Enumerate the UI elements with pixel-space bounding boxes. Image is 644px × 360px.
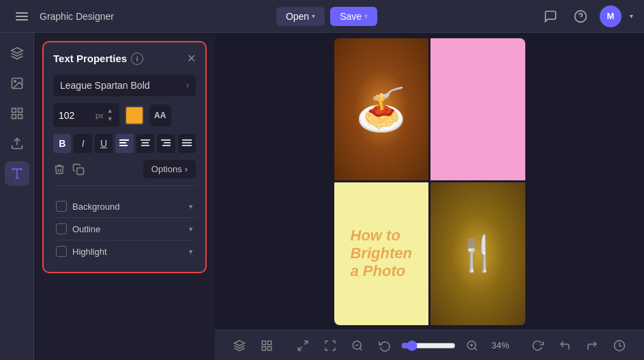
undo-icon (379, 340, 391, 352)
zoom-in-button[interactable] (461, 335, 483, 357)
sidebar-item-elements[interactable] (5, 101, 29, 126)
info-icon[interactable]: i (131, 53, 143, 65)
canvas-area: How to Brighten a Photo (215, 33, 644, 360)
accordion-background[interactable]: Background ▾ (53, 195, 196, 218)
help-button[interactable] (570, 5, 591, 27)
bold-button[interactable]: B (53, 134, 71, 153)
header: Graphic Designer Open ▾ Save ▾ M ▾ (0, 0, 644, 33)
outline-checkbox[interactable] (56, 223, 67, 234)
resize-button[interactable] (319, 335, 341, 357)
accordion-outline[interactable]: Outline ▾ (53, 218, 196, 240)
justify-icon (182, 139, 192, 148)
pasta-bottom-visual (430, 182, 525, 325)
layers-toggle-button[interactable] (229, 335, 250, 357)
zoom-in-icon (466, 340, 478, 352)
font-color-swatch[interactable] (125, 106, 144, 125)
align-left-icon (119, 139, 129, 148)
svg-rect-28 (268, 341, 272, 344)
zoom-level-label: 34% (488, 340, 513, 350)
sidebar-item-upload[interactable] (5, 131, 29, 156)
hamburger-icon (16, 12, 28, 20)
grid-button[interactable] (256, 335, 278, 357)
refresh-icon (531, 340, 544, 352)
svg-line-32 (298, 346, 302, 350)
font-size-increment[interactable]: ▲ (106, 107, 114, 115)
sidebar-item-images[interactable] (5, 71, 29, 96)
underline-button[interactable]: U (95, 134, 113, 153)
font-size-decrement[interactable]: ▼ (106, 115, 114, 123)
undo-button[interactable] (374, 335, 396, 357)
svg-rect-13 (119, 139, 129, 141)
accordion-highlight[interactable]: Highlight ▾ (53, 240, 196, 262)
svg-rect-22 (182, 139, 192, 141)
menu-button[interactable] (11, 5, 33, 27)
align-center-button[interactable] (136, 134, 154, 153)
font-size-input[interactable] (59, 110, 93, 121)
zoom-out-button[interactable] (347, 335, 368, 357)
options-button[interactable]: Options › (143, 160, 196, 178)
font-selector[interactable]: League Spartan Bold › (53, 74, 196, 96)
format-row: B I U (53, 134, 196, 153)
options-chevron-icon: › (185, 164, 188, 174)
toolbar-left (229, 335, 278, 357)
canvas-content[interactable]: How to Brighten a Photo (215, 33, 644, 330)
history-button[interactable] (609, 335, 630, 357)
svg-rect-23 (182, 142, 192, 143)
svg-line-37 (474, 348, 476, 350)
svg-marker-26 (235, 340, 245, 346)
text-properties-panel: Text Properties i ✕ League Spartan Bold … (34, 33, 215, 360)
svg-point-4 (14, 81, 15, 83)
align-right-button[interactable] (157, 134, 175, 153)
header-center: Open ▾ Save ▾ (276, 7, 377, 26)
outline-chevron-icon: ▾ (189, 225, 193, 234)
layers-stack-icon (233, 340, 246, 352)
zoom-slider[interactable] (401, 340, 456, 351)
sidebar-item-layers[interactable] (5, 41, 29, 66)
font-size-unit: px (96, 111, 104, 120)
font-size-spinners: ▲ ▼ (106, 107, 114, 123)
background-chevron-icon: ▾ (189, 202, 193, 211)
svg-rect-29 (268, 346, 272, 350)
svg-rect-14 (119, 142, 126, 143)
svg-rect-6 (18, 109, 22, 113)
justify-button[interactable] (178, 134, 196, 153)
sidebar (0, 33, 34, 360)
close-icon[interactable]: ✕ (187, 52, 196, 65)
italic-button[interactable]: I (74, 134, 91, 153)
delete-button[interactable] (53, 163, 65, 176)
font-chevron-icon: › (186, 81, 189, 90)
font-name-label: League Spartan Bold (60, 80, 150, 91)
toolbar-center: 34% (292, 335, 513, 357)
panel-header: Text Properties i ✕ (53, 52, 196, 65)
avatar-chevron-icon[interactable]: ▾ (630, 12, 633, 20)
svg-marker-2 (11, 48, 23, 53)
svg-rect-21 (162, 145, 171, 146)
text-props-container: Text Properties i ✕ League Spartan Bold … (42, 41, 207, 273)
fit-button[interactable] (292, 335, 314, 357)
svg-rect-7 (18, 115, 22, 119)
text-case-button[interactable]: AA (149, 105, 171, 126)
align-left-button[interactable] (115, 134, 133, 153)
background-checkbox[interactable] (56, 201, 67, 212)
image-icon (10, 77, 24, 90)
collage-cell-pink (430, 38, 525, 181)
sidebar-item-text[interactable] (5, 161, 29, 186)
avatar[interactable]: M (600, 5, 621, 27)
upload-icon (10, 137, 24, 150)
collage-cell-pasta-top (334, 38, 429, 181)
svg-rect-5 (12, 109, 16, 113)
grid-icon (261, 340, 273, 352)
svg-rect-17 (142, 142, 149, 143)
highlight-checkbox[interactable] (56, 246, 67, 257)
undo2-button[interactable] (554, 335, 576, 357)
chat-button[interactable] (540, 5, 561, 27)
duplicate-button[interactable] (72, 163, 85, 176)
save-button[interactable]: Save ▾ (330, 7, 377, 26)
refresh-button[interactable] (527, 335, 548, 357)
svg-text:AA: AA (154, 111, 166, 120)
open-button[interactable]: Open ▾ (276, 7, 325, 26)
redo-button[interactable] (581, 335, 603, 357)
toolbar-right (527, 335, 630, 357)
copy-icon (72, 163, 85, 176)
svg-rect-16 (141, 139, 150, 141)
